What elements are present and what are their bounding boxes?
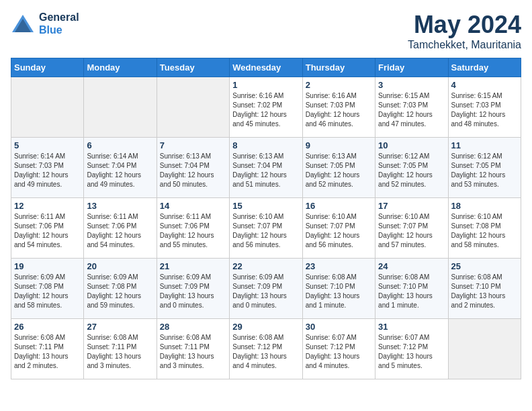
calendar-cell: 14Sunrise: 6:11 AMSunset: 7:06 PMDayligh…: [157, 198, 229, 259]
calendar-cell: 13Sunrise: 6:11 AMSunset: 7:06 PMDayligh…: [84, 198, 157, 259]
days-header-row: SundayMondayTuesdayWednesdayThursdayFrid…: [11, 58, 521, 77]
cell-info: Sunrise: 6:12 AMSunset: 7:05 PMDaylight:…: [378, 152, 445, 189]
calendar-week-row: 19Sunrise: 6:09 AMSunset: 7:08 PMDayligh…: [11, 259, 521, 319]
cell-date: 31: [378, 322, 445, 332]
cell-date: 2: [306, 80, 372, 90]
cell-info: Sunrise: 6:08 AMSunset: 7:12 PMDaylight:…: [232, 333, 299, 371]
calendar-cell: 30Sunrise: 6:07 AMSunset: 7:12 PMDayligh…: [302, 319, 375, 379]
cell-date: 18: [451, 201, 518, 211]
calendar-cell: 19Sunrise: 6:09 AMSunset: 7:08 PMDayligh…: [11, 259, 84, 319]
calendar-cell: 15Sunrise: 6:10 AMSunset: 7:07 PMDayligh…: [230, 198, 302, 259]
cell-date: 9: [306, 140, 372, 150]
calendar-week-row: 5Sunrise: 6:14 AMSunset: 7:03 PMDaylight…: [11, 138, 521, 198]
cell-date: 17: [378, 201, 445, 211]
cell-info: Sunrise: 6:14 AMSunset: 7:04 PMDaylight:…: [87, 152, 153, 189]
cell-date: 15: [232, 201, 299, 211]
calendar-cell: 25Sunrise: 6:08 AMSunset: 7:10 PMDayligh…: [448, 259, 521, 319]
calendar-cell: 27Sunrise: 6:08 AMSunset: 7:11 PMDayligh…: [84, 319, 157, 379]
cell-date: 3: [378, 80, 445, 90]
calendar-cell: 8Sunrise: 6:13 AMSunset: 7:04 PMDaylight…: [230, 138, 302, 198]
cell-info: Sunrise: 6:09 AMSunset: 7:08 PMDaylight:…: [14, 273, 81, 310]
calendar-cell: 18Sunrise: 6:10 AMSunset: 7:08 PMDayligh…: [448, 198, 521, 259]
cell-info: Sunrise: 6:15 AMSunset: 7:03 PMDaylight:…: [378, 91, 445, 129]
cell-info: Sunrise: 6:11 AMSunset: 7:06 PMDaylight:…: [160, 212, 226, 250]
calendar-cell: 31Sunrise: 6:07 AMSunset: 7:12 PMDayligh…: [375, 319, 448, 379]
cell-info: Sunrise: 6:12 AMSunset: 7:05 PMDaylight:…: [451, 152, 518, 189]
day-header-monday: Monday: [84, 58, 157, 77]
header: General Blue May 2024 Tamchekket, Maurit…: [11, 11, 521, 51]
calendar-week-row: 26Sunrise: 6:08 AMSunset: 7:11 PMDayligh…: [11, 319, 521, 379]
calendar-cell: 22Sunrise: 6:09 AMSunset: 7:09 PMDayligh…: [230, 259, 302, 319]
calendar-cell: 4Sunrise: 6:15 AMSunset: 7:03 PMDaylight…: [448, 77, 521, 138]
day-header-saturday: Saturday: [448, 58, 521, 77]
cell-info: Sunrise: 6:08 AMSunset: 7:11 PMDaylight:…: [87, 333, 153, 371]
calendar-cell: 1Sunrise: 6:16 AMSunset: 7:02 PMDaylight…: [230, 77, 302, 138]
day-header-tuesday: Tuesday: [157, 58, 229, 77]
cell-info: Sunrise: 6:13 AMSunset: 7:04 PMDaylight:…: [232, 152, 299, 189]
day-header-thursday: Thursday: [302, 58, 375, 77]
main-title: May 2024: [408, 11, 521, 39]
cell-info: Sunrise: 6:13 AMSunset: 7:04 PMDaylight:…: [160, 152, 226, 189]
cell-date: 7: [160, 140, 226, 150]
calendar-cell: 17Sunrise: 6:10 AMSunset: 7:07 PMDayligh…: [375, 198, 448, 259]
cell-info: Sunrise: 6:08 AMSunset: 7:11 PMDaylight:…: [14, 333, 81, 371]
cell-date: 1: [232, 80, 299, 90]
cell-date: 16: [306, 201, 372, 211]
subtitle: Tamchekket, Mauritania: [408, 39, 521, 51]
cell-date: 30: [306, 322, 372, 332]
cell-date: 5: [14, 140, 81, 150]
cell-date: 13: [87, 201, 153, 211]
cell-info: Sunrise: 6:09 AMSunset: 7:09 PMDaylight:…: [232, 273, 299, 310]
calendar-cell: 11Sunrise: 6:12 AMSunset: 7:05 PMDayligh…: [448, 138, 521, 198]
cell-date: 12: [14, 201, 81, 211]
cell-date: 6: [87, 140, 153, 150]
calendar-cell: 20Sunrise: 6:09 AMSunset: 7:08 PMDayligh…: [84, 259, 157, 319]
cell-date: 4: [451, 80, 518, 90]
calendar-cell: 2Sunrise: 6:16 AMSunset: 7:03 PMDaylight…: [302, 77, 375, 138]
cell-date: 26: [14, 322, 81, 332]
logo-icon: [11, 13, 35, 34]
calendar-cell: 16Sunrise: 6:10 AMSunset: 7:07 PMDayligh…: [302, 198, 375, 259]
cell-info: Sunrise: 6:10 AMSunset: 7:07 PMDaylight:…: [306, 212, 372, 250]
cell-info: Sunrise: 6:08 AMSunset: 7:11 PMDaylight:…: [160, 333, 226, 371]
calendar-cell: [11, 77, 84, 138]
cell-date: 29: [232, 322, 299, 332]
cell-info: Sunrise: 6:10 AMSunset: 7:08 PMDaylight:…: [451, 212, 518, 250]
cell-info: Sunrise: 6:14 AMSunset: 7:03 PMDaylight:…: [14, 152, 81, 189]
cell-date: 23: [306, 261, 372, 271]
cell-info: Sunrise: 6:13 AMSunset: 7:05 PMDaylight:…: [306, 152, 372, 189]
cell-info: Sunrise: 6:10 AMSunset: 7:07 PMDaylight:…: [232, 212, 299, 250]
cell-date: 27: [87, 322, 153, 332]
calendar-cell: 9Sunrise: 6:13 AMSunset: 7:05 PMDaylight…: [302, 138, 375, 198]
calendar-cell: 10Sunrise: 6:12 AMSunset: 7:05 PMDayligh…: [375, 138, 448, 198]
calendar-cell: 6Sunrise: 6:14 AMSunset: 7:04 PMDaylight…: [84, 138, 157, 198]
day-header-friday: Friday: [375, 58, 448, 77]
cell-date: 24: [378, 261, 445, 271]
cell-date: 14: [160, 201, 226, 211]
cell-info: Sunrise: 6:07 AMSunset: 7:12 PMDaylight:…: [306, 333, 372, 371]
calendar-cell: 3Sunrise: 6:15 AMSunset: 7:03 PMDaylight…: [375, 77, 448, 138]
calendar-cell: [84, 77, 157, 138]
cell-date: 8: [232, 140, 299, 150]
day-header-wednesday: Wednesday: [230, 58, 302, 77]
cell-info: Sunrise: 6:09 AMSunset: 7:08 PMDaylight:…: [87, 273, 153, 310]
logo: General Blue: [11, 11, 79, 36]
calendar-cell: 28Sunrise: 6:08 AMSunset: 7:11 PMDayligh…: [157, 319, 229, 379]
calendar-cell: [448, 319, 521, 379]
cell-date: 19: [14, 261, 81, 271]
calendar-week-row: 1Sunrise: 6:16 AMSunset: 7:02 PMDaylight…: [11, 77, 521, 138]
calendar-cell: 26Sunrise: 6:08 AMSunset: 7:11 PMDayligh…: [11, 319, 84, 379]
cell-date: 10: [378, 140, 445, 150]
cell-info: Sunrise: 6:08 AMSunset: 7:10 PMDaylight:…: [306, 273, 372, 310]
calendar-cell: [157, 77, 229, 138]
calendar-cell: 24Sunrise: 6:08 AMSunset: 7:10 PMDayligh…: [375, 259, 448, 319]
cell-info: Sunrise: 6:11 AMSunset: 7:06 PMDaylight:…: [14, 212, 81, 250]
calendar-cell: 21Sunrise: 6:09 AMSunset: 7:09 PMDayligh…: [157, 259, 229, 319]
cell-date: 25: [451, 261, 518, 271]
calendar-week-row: 12Sunrise: 6:11 AMSunset: 7:06 PMDayligh…: [11, 198, 521, 259]
cell-date: 21: [160, 261, 226, 271]
calendar-cell: 12Sunrise: 6:11 AMSunset: 7:06 PMDayligh…: [11, 198, 84, 259]
cell-info: Sunrise: 6:08 AMSunset: 7:10 PMDaylight:…: [378, 273, 445, 310]
cell-info: Sunrise: 6:16 AMSunset: 7:02 PMDaylight:…: [232, 91, 299, 129]
logo-text: General Blue: [39, 11, 79, 36]
